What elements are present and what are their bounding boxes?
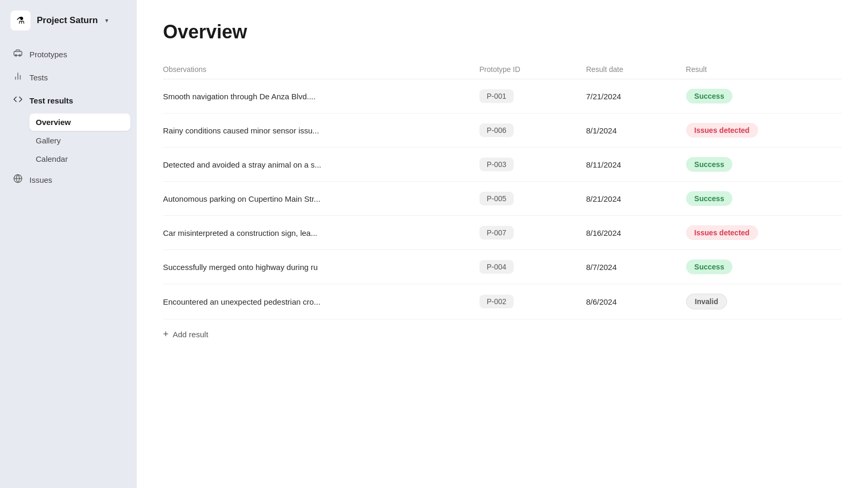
sidebar-subitem-calendar[interactable]: Calendar <box>29 150 130 168</box>
page-title: Overview <box>163 21 842 43</box>
sidebar-item-tests[interactable]: Tests <box>6 66 130 88</box>
result-badge: Issues detected <box>686 225 758 240</box>
project-logo: ⚗ <box>11 11 30 30</box>
prototype-badge: P-006 <box>479 123 514 137</box>
results-table: Observations Prototype ID Result date Re… <box>163 60 842 319</box>
result-date-cell: 8/1/2024 <box>578 113 678 148</box>
result-date-cell: 7/21/2024 <box>578 79 678 113</box>
chevron-down-icon: ▾ <box>105 17 108 24</box>
observation-cell: Successfully merged onto highway during … <box>163 250 471 284</box>
sidebar-item-issues[interactable]: Issues <box>6 169 130 191</box>
result-badge: Invalid <box>686 294 727 309</box>
table-row[interactable]: Encountered an unexpected pedestrian cro… <box>163 284 842 319</box>
table-row[interactable]: Successfully merged onto highway during … <box>163 250 842 284</box>
sidebar-item-issues-label: Issues <box>29 175 52 184</box>
observation-cell: Rainy conditions caused minor sensor iss… <box>163 113 471 148</box>
bar-chart-icon <box>13 71 23 83</box>
plus-icon: + <box>163 329 169 340</box>
result-date-cell: 8/7/2024 <box>578 250 678 284</box>
result-cell: Success <box>678 148 842 182</box>
prototype-id-cell: P-002 <box>471 284 578 319</box>
globe-icon <box>13 174 23 185</box>
prototype-id-cell: P-003 <box>471 148 578 182</box>
result-date-cell: 8/11/2024 <box>578 148 678 182</box>
prototype-badge: P-003 <box>479 158 514 171</box>
sidebar-item-prototypes-label: Prototypes <box>29 50 67 59</box>
col-prototype-id: Prototype ID <box>471 60 578 79</box>
prototype-id-cell: P-007 <box>471 216 578 250</box>
table-row[interactable]: Rainy conditions caused minor sensor iss… <box>163 113 842 148</box>
results-table-container: Observations Prototype ID Result date Re… <box>163 60 842 467</box>
add-result-label: Add result <box>173 330 209 339</box>
sidebar-subitem-gallery[interactable]: Gallery <box>29 132 130 149</box>
prototype-id-cell: P-005 <box>471 182 578 216</box>
col-observations: Observations <box>163 60 471 79</box>
add-result-button[interactable]: + Add result <box>163 319 208 349</box>
result-badge: Success <box>686 157 733 172</box>
sidebar-item-test-results-label: Test results <box>29 96 73 105</box>
project-header[interactable]: ⚗ Project Saturn ▾ <box>0 0 137 43</box>
table-row[interactable]: Smooth navigation through De Anza Blvd..… <box>163 79 842 113</box>
sidebar-submenu-test-results: Overview Gallery Calendar <box>6 113 130 168</box>
table-row[interactable]: Car misinterpreted a construction sign, … <box>163 216 842 250</box>
result-date-cell: 8/16/2024 <box>578 216 678 250</box>
sidebar-nav: Prototypes Tests Test results Overview <box>0 43 137 191</box>
sidebar-item-tests-label: Tests <box>29 73 48 82</box>
observation-cell: Detected and avoided a stray animal on a… <box>163 148 471 182</box>
prototype-badge: P-005 <box>479 192 514 205</box>
prototype-badge: P-002 <box>479 295 514 308</box>
code-icon <box>13 95 23 106</box>
col-result: Result <box>678 60 842 79</box>
result-cell: Success <box>678 79 842 113</box>
prototype-id-cell: P-004 <box>471 250 578 284</box>
table-body: Smooth navigation through De Anza Blvd..… <box>163 79 842 319</box>
result-badge: Issues detected <box>686 123 758 138</box>
sidebar-item-test-results[interactable]: Test results <box>6 89 130 111</box>
result-badge: Success <box>686 89 733 103</box>
result-cell: Success <box>678 250 842 284</box>
result-cell: Issues detected <box>678 113 842 148</box>
table-row[interactable]: Detected and avoided a stray animal on a… <box>163 148 842 182</box>
table-row[interactable]: Autonomous parking on Cupertino Main Str… <box>163 182 842 216</box>
prototype-badge: P-007 <box>479 226 514 240</box>
result-date-cell: 8/6/2024 <box>578 284 678 319</box>
result-cell: Success <box>678 182 842 216</box>
result-cell: Invalid <box>678 284 842 319</box>
table-header: Observations Prototype ID Result date Re… <box>163 60 842 79</box>
result-badge: Success <box>686 191 733 206</box>
prototype-badge: P-001 <box>479 89 514 103</box>
observation-cell: Autonomous parking on Cupertino Main Str… <box>163 182 471 216</box>
sidebar: ⚗ Project Saturn ▾ Prototypes Tests <box>0 0 137 488</box>
sidebar-subitem-overview[interactable]: Overview <box>29 113 130 131</box>
main-content: Overview Observations Prototype ID Resul… <box>137 0 868 488</box>
observation-cell: Car misinterpreted a construction sign, … <box>163 216 471 250</box>
prototype-id-cell: P-001 <box>471 79 578 113</box>
result-date-cell: 8/21/2024 <box>578 182 678 216</box>
project-name: Project Saturn <box>37 15 98 26</box>
prototype-id-cell: P-006 <box>471 113 578 148</box>
result-cell: Issues detected <box>678 216 842 250</box>
observation-cell: Encountered an unexpected pedestrian cro… <box>163 284 471 319</box>
car-icon <box>13 48 23 60</box>
observation-cell: Smooth navigation through De Anza Blvd..… <box>163 79 471 113</box>
prototype-badge: P-004 <box>479 260 514 274</box>
result-badge: Success <box>686 259 733 274</box>
sidebar-item-prototypes[interactable]: Prototypes <box>6 43 130 65</box>
col-result-date: Result date <box>578 60 678 79</box>
